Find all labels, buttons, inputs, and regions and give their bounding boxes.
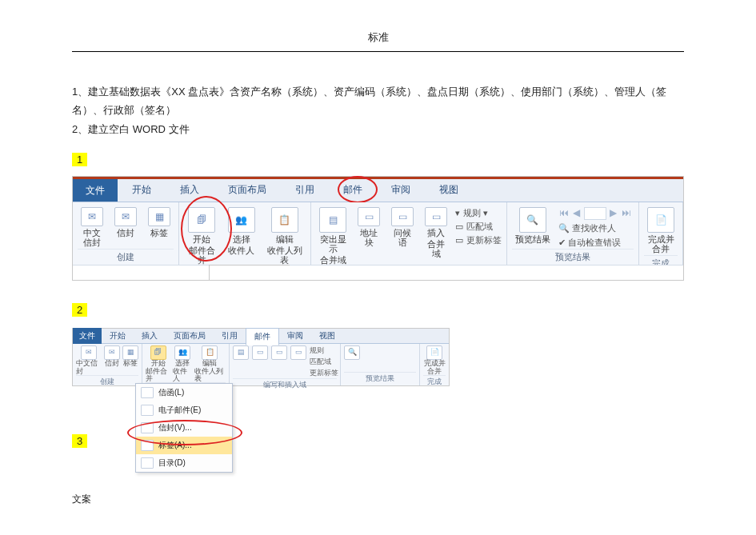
- opt-update-labels[interactable]: 更新标签: [310, 368, 338, 378]
- address-icon: ▭: [358, 207, 380, 226]
- nav-prev-icon[interactable]: ◀: [571, 207, 582, 218]
- group-label: 创建: [76, 375, 138, 389]
- finish-icon: 📄: [426, 345, 442, 360]
- group-write-insert-fields: ▤ 突出显示 合并域 ▭ 地址块 ▭ 问候语 ▭ 插入: [311, 202, 506, 265]
- tab-mailings[interactable]: 邮件: [329, 178, 377, 202]
- tab-review[interactable]: 审阅: [279, 328, 311, 344]
- mailmerge-icon: 🗐: [188, 207, 215, 233]
- btn-finish-merge[interactable]: 📄 完成并合并: [644, 206, 678, 255]
- labels-icon: ▦: [148, 207, 170, 226]
- directory-icon: [141, 457, 154, 469]
- menu-item-directory[interactable]: 目录(D): [136, 454, 232, 472]
- group-preview-results: 🔍 预览结果 ⏮ ◀ ▶ ⏭ 🔍 查找收件人 ✔ 自动检查错误: [507, 202, 639, 265]
- btn-insert-merge-field[interactable]: ▭ 插入 合并域: [422, 206, 450, 260]
- edit-list-icon: 📋: [202, 345, 218, 360]
- opt-update-labels[interactable]: ▭ 更新标签: [455, 234, 501, 246]
- tab-view[interactable]: 视图: [425, 178, 473, 202]
- btn-edit-recipient-list[interactable]: 📋 编辑 收件人列表: [263, 206, 306, 266]
- tab-layout[interactable]: 页面布局: [166, 328, 214, 344]
- tab-insert[interactable]: 插入: [166, 178, 214, 202]
- opt-match-fields[interactable]: ▭ 匹配域: [455, 221, 501, 233]
- tab-view[interactable]: 视图: [311, 328, 343, 344]
- nav-next-icon[interactable]: ▶: [608, 207, 619, 218]
- group-label: 完成: [423, 375, 446, 389]
- btn-greeting-line[interactable]: ▭: [271, 345, 287, 360]
- greeting-icon: ▭: [271, 345, 287, 360]
- tab-review[interactable]: 审阅: [377, 178, 425, 202]
- btn-envelope[interactable]: ✉ 信封: [111, 206, 140, 249]
- btn-label: 选择: [233, 234, 250, 244]
- envelope-icon: ✉: [104, 345, 120, 360]
- nav-record-field[interactable]: [584, 207, 606, 220]
- tab-mailings[interactable]: 邮件: [246, 328, 279, 345]
- btn-greeting-line[interactable]: ▭ 问候语: [388, 206, 417, 249]
- group-create: ✉中文信封 ✉信封 ▦标签 创建: [73, 344, 142, 385]
- btn-labels[interactable]: ▦标签: [122, 345, 138, 375]
- mailmerge-dropdown-menu: 信函(L) 电子邮件(E) 信封(V)... 标签(A)... 目录(D): [135, 383, 233, 473]
- btn-highlight-merge-fields[interactable]: ▤ 突出显示 合并域: [316, 206, 350, 266]
- group-label: 创建: [78, 249, 174, 266]
- btn-labels[interactable]: ▦ 标签: [145, 206, 174, 249]
- btn-highlight-merge-fields[interactable]: ▤: [233, 345, 249, 360]
- recipients-icon: 👥: [174, 345, 190, 360]
- envelope-cn-icon: ✉: [81, 207, 103, 226]
- btn-preview-results[interactable]: 🔍: [344, 345, 360, 360]
- greeting-icon: ▭: [391, 207, 414, 226]
- btn-label: 编辑: [276, 234, 294, 244]
- btn-envelope[interactable]: ✉信封: [104, 345, 120, 375]
- page-title: 标准: [0, 16, 756, 51]
- opt-rules[interactable]: ▾ 规则 ▾: [455, 207, 501, 219]
- btn-preview-results[interactable]: 🔍 预览结果: [512, 206, 554, 246]
- menu-item-letters[interactable]: 信函(L): [136, 384, 232, 401]
- letter-icon: [141, 387, 154, 398]
- menu-item-email[interactable]: 电子邮件(E): [136, 401, 232, 419]
- btn-label: 收件人列表: [266, 246, 303, 265]
- footer-text: 文案: [72, 493, 756, 506]
- mailmerge-icon: 🗐: [150, 345, 166, 360]
- tab-layout[interactable]: 页面布局: [214, 178, 281, 202]
- btn-finish-merge[interactable]: 📄完成并合并: [424, 345, 446, 375]
- field-options: ▾ 规则 ▾ ▭ 匹配域 ▭ 更新标签: [455, 206, 501, 246]
- group-write-insert-fields: ▤ ▭ ▭ ▭ 规则 匹配域 更新标签 编写和插入域: [230, 344, 341, 385]
- btn-label: 合并域: [320, 255, 346, 265]
- preview-icon: 🔍: [519, 207, 546, 233]
- tab-references[interactable]: 引用: [214, 328, 246, 344]
- btn-chinese-envelope[interactable]: ✉中文信封: [76, 345, 102, 375]
- btn-select-recipients[interactable]: 👥 选择 收件人: [225, 206, 258, 266]
- group-start-mailmerge: 🗐 开始 邮件合并 👥 选择 收件人 📋 编辑 收件人列表: [179, 202, 311, 265]
- btn-label: 预览结果: [515, 234, 550, 244]
- ribbon-body: ✉ 中文信封 ✉ 信封 ▦ 标签 创建: [73, 202, 683, 265]
- btn-insert-merge-field[interactable]: ▭: [290, 345, 306, 360]
- ribbon2-body: ✉中文信封 ✉信封 ▦标签 创建 🗐开始邮件合并 👥选择收件人 📋编辑收件人列表…: [73, 344, 449, 385]
- btn-address-block[interactable]: ▭ 地址块: [354, 206, 383, 249]
- opt-auto-check-errors[interactable]: ✔ 自动检查错误: [558, 237, 632, 249]
- tab-home[interactable]: 开始: [118, 178, 166, 202]
- step-marker-2: 2: [72, 303, 87, 317]
- btn-start-mailmerge[interactable]: 🗐 开始 邮件合并: [184, 206, 220, 266]
- btn-label: 完成并合并: [647, 234, 674, 254]
- opt-rules[interactable]: 规则: [310, 345, 338, 356]
- btn-label: 收件人: [228, 246, 254, 255]
- tab-file[interactable]: 文件: [73, 179, 118, 202]
- tab-home[interactable]: 开始: [102, 328, 134, 344]
- menu-item-envelopes[interactable]: 信封(V)...: [136, 419, 232, 437]
- btn-address-block[interactable]: ▭: [252, 345, 268, 360]
- insert-field-icon: ▭: [425, 207, 447, 226]
- opt-find-recipient[interactable]: 🔍 查找收件人: [558, 222, 632, 234]
- word-ribbon-small: 文件 开始 插入 页面布局 引用 邮件 审阅 视图 ✉中文信封 ✉信封 ▦标签 …: [72, 328, 450, 386]
- btn-select-recipients[interactable]: 👥选择收件人: [173, 345, 192, 382]
- envelope-icon: ✉: [114, 207, 137, 226]
- nav-first-icon[interactable]: ⏮: [558, 207, 570, 218]
- group-create: ✉ 中文信封 ✉ 信封 ▦ 标签 创建: [73, 202, 179, 265]
- btn-start-mailmerge[interactable]: 🗐开始邮件合并: [146, 345, 170, 382]
- opt-match-fields[interactable]: 匹配域: [310, 357, 338, 367]
- menu-item-labels[interactable]: 标签(A)...: [136, 437, 232, 454]
- btn-edit-recipient-list[interactable]: 📋编辑收件人列表: [194, 345, 226, 382]
- tab-insert[interactable]: 插入: [134, 328, 166, 344]
- nav-last-icon[interactable]: ⏭: [621, 207, 632, 218]
- btn-chinese-envelope[interactable]: ✉ 中文信封: [78, 206, 106, 249]
- preview-icon: 🔍: [344, 345, 360, 360]
- tab-references[interactable]: 引用: [281, 178, 329, 202]
- envelope-cn-icon: ✉: [81, 345, 97, 360]
- tab-file[interactable]: 文件: [73, 328, 102, 344]
